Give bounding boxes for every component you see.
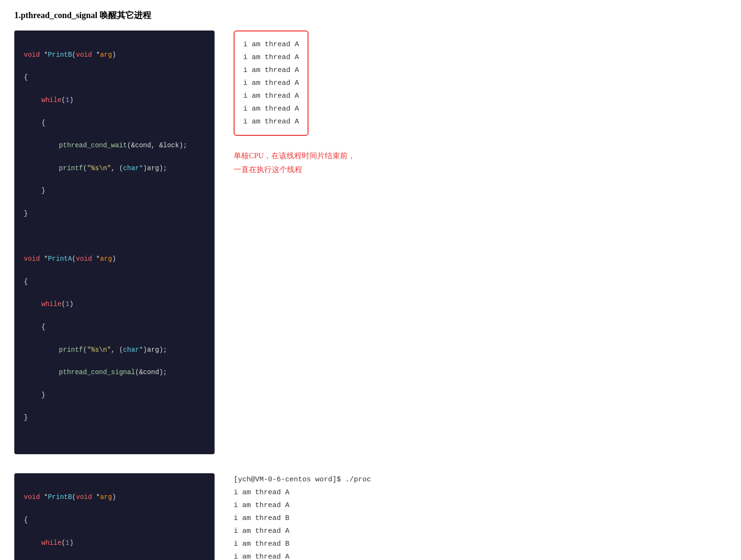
output-line: i am thread A [243,115,299,128]
output-line: i am thread A [243,38,299,51]
output-line: i am thread A [243,77,299,90]
right-panel-2: [ych@VM-0-6-centos word]$ ./proc i am th… [234,473,727,560]
code-block-2: void *PrintB(void *arg) { while(1) { pth… [14,473,215,560]
terminal-line: i am thread A [234,499,727,512]
output-box-1: i am thread A i am thread A i am thread … [234,31,309,136]
section-2: void *PrintB(void *arg) { while(1) { pth… [14,473,727,560]
output-line: i am thread A [243,102,299,115]
terminal-line: i am thread A [234,525,727,538]
description-1: 单核CPU，在该线程时间片结束前， 一直在执行这个线程 [234,149,727,177]
output-line: i am thread A [243,90,299,102]
terminal-line: i am thread B [234,512,727,525]
section-1: void *PrintB(void *arg) { while(1) { pth… [14,31,727,454]
page-title: 1.pthread_cond_signal 唤醒其它进程 [14,10,727,21]
output-line: i am thread A [243,64,299,77]
terminal-line: i am thread A [234,486,727,499]
code-block-1: void *PrintB(void *arg) { while(1) { pth… [14,31,215,454]
terminal-output-2: [ych@VM-0-6-centos word]$ ./proc i am th… [234,473,727,560]
terminal-line: i am thread A [234,550,727,560]
right-panel-1: i am thread A i am thread A i am thread … [234,31,727,177]
terminal-line: [ych@VM-0-6-centos word]$ ./proc [234,473,727,486]
terminal-line: i am thread B [234,538,727,550]
output-line: i am thread A [243,51,299,64]
